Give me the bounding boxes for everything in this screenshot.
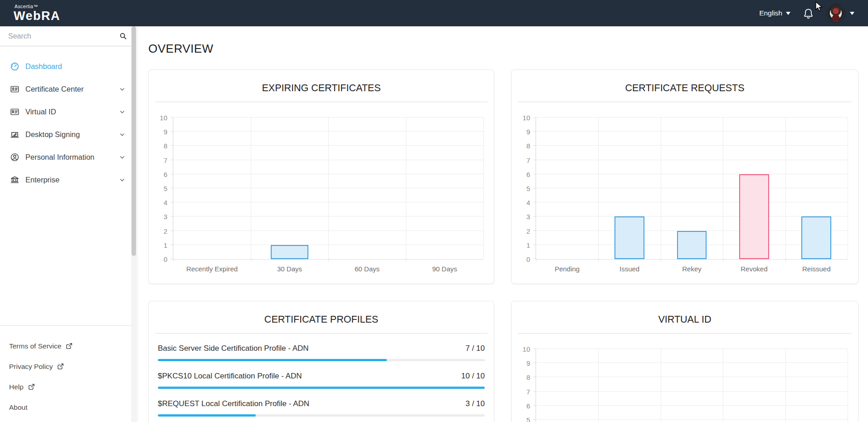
gridline <box>536 419 848 420</box>
x-axis-category-label: Pending <box>555 265 580 273</box>
profile-count: 10 / 10 <box>461 371 485 381</box>
sidebar-footer: Terms of Service Privacy Policy Help <box>0 325 136 417</box>
x-axis-category-label: Revoked <box>741 265 767 273</box>
card-certificate-requests: CERTIFICATE REQUESTS 012345678910Pending… <box>511 69 858 284</box>
link-privacy-policy[interactable]: Privacy Policy <box>0 356 136 377</box>
language-label: English <box>759 9 782 17</box>
sidebar-item-dashboard[interactable]: Dashboard <box>0 55 136 78</box>
profile-head: $PKCS10 Local Certification Profile - AD… <box>158 371 485 381</box>
x-axis-category-label: Recently Expired <box>186 265 238 273</box>
user-menu[interactable] <box>826 4 854 23</box>
chart-bar <box>271 245 308 259</box>
link-label: About <box>9 403 28 412</box>
brand-company: Ascertia™ <box>15 4 60 9</box>
top-navbar: Ascertia™ WebRA English <box>0 0 868 26</box>
profile-head: $REQUEST Local Certification Profile - A… <box>158 399 485 409</box>
y-axis-tick <box>171 131 173 132</box>
y-axis-tick <box>533 202 536 202</box>
y-axis-tick-label: 5 <box>527 185 530 192</box>
sidebar-item-label: Desktop Signing <box>25 130 80 139</box>
chevron-down-icon <box>119 154 125 160</box>
y-axis-tick <box>533 145 536 146</box>
gridline <box>536 377 848 377</box>
bank-icon <box>10 175 20 185</box>
gridline <box>536 131 848 132</box>
profile-head: Basic Server Side Certification Profile … <box>158 343 485 353</box>
chevron-down-icon <box>119 132 125 137</box>
progress-track <box>158 359 485 361</box>
profile-row: Basic Server Side Certification Profile … <box>158 343 485 361</box>
chevron-down-icon <box>786 12 790 15</box>
certificate-profiles-list: Basic Server Side Certification Profile … <box>149 343 494 417</box>
profile-count: 7 / 10 <box>465 343 485 353</box>
gridline <box>536 348 848 349</box>
page-title: OVERVIEW <box>148 42 214 56</box>
y-axis-tick <box>533 259 536 259</box>
x-axis-tick <box>173 259 174 261</box>
sidebar-item-desktop-signing[interactable]: Desktop Signing <box>0 123 136 146</box>
sidebar-item-enterprise[interactable]: Enterprise <box>0 168 136 191</box>
y-axis-tick <box>533 131 536 132</box>
y-axis-tick-label: 6 <box>527 402 530 409</box>
x-axis-tick <box>661 259 661 261</box>
y-axis-tick-label: 9 <box>527 360 530 367</box>
search-icon[interactable] <box>119 32 127 40</box>
progress-fill <box>158 359 387 361</box>
brand-logo[interactable]: Ascertia™ WebRA <box>14 4 60 22</box>
y-axis-tick <box>533 216 536 216</box>
card-title: CERTIFICATE REQUESTS <box>512 82 858 94</box>
y-axis-tick <box>171 160 173 160</box>
x-axis-tick <box>598 259 599 261</box>
gridline <box>848 349 848 422</box>
notifications-bell-icon[interactable] <box>803 7 814 20</box>
gridline <box>536 145 848 146</box>
y-axis-tick-label: 8 <box>527 142 530 149</box>
chart-bar <box>739 174 769 259</box>
search-input[interactable] <box>0 32 119 40</box>
progress-fill <box>158 414 256 417</box>
x-axis-tick <box>328 259 329 261</box>
language-selector[interactable]: English <box>759 9 790 17</box>
y-axis-tick <box>171 245 173 245</box>
y-axis-tick <box>171 188 173 188</box>
link-about[interactable]: About <box>0 397 136 417</box>
y-axis-tick <box>171 117 173 118</box>
profile-row: $REQUEST Local Certification Profile - A… <box>158 399 485 417</box>
y-axis-tick <box>171 174 173 174</box>
gridline <box>536 188 848 188</box>
sidebar-item-label: Certificate Center <box>25 85 83 93</box>
card-divider <box>518 102 852 102</box>
navbar-right: English <box>759 4 854 23</box>
x-axis-tick <box>785 259 786 261</box>
link-terms-of-service[interactable]: Terms of Service <box>0 336 136 356</box>
gridline <box>536 117 848 118</box>
card-divider <box>518 333 852 334</box>
card-title: VIRTUAL ID <box>512 313 858 326</box>
gridline <box>723 349 723 422</box>
y-axis-tick-label: 9 <box>527 128 530 135</box>
progress-track <box>158 387 485 389</box>
link-label: Help <box>9 383 24 391</box>
x-axis-category-label: 90 Days <box>432 265 457 273</box>
scrollbar-thumb[interactable] <box>132 26 136 256</box>
y-axis-tick-label: 3 <box>527 213 530 220</box>
y-axis-tick-label: 7 <box>527 157 530 163</box>
desktop-signing-icon <box>10 130 20 139</box>
chart-bar <box>801 216 831 259</box>
y-axis-tick-label: 10 <box>160 114 167 121</box>
sidebar-item-label: Personal Information <box>25 153 94 162</box>
y-axis-tick <box>533 363 536 363</box>
card-title: CERTIFICATE PROFILES <box>149 313 494 326</box>
chart-bar <box>614 216 644 259</box>
sidebar-menu: Dashboard Certificate Center <box>0 46 136 191</box>
avatar[interactable] <box>826 4 845 23</box>
y-axis-tick-label: 2 <box>164 227 167 234</box>
x-axis-tick <box>251 259 251 261</box>
link-help[interactable]: Help <box>0 377 136 397</box>
sidebar-item-virtual-id[interactable]: Virtual ID <box>0 100 136 123</box>
sidebar-item-certificate-center[interactable]: Certificate Center <box>0 78 136 100</box>
gridline <box>536 160 848 160</box>
sidebar-scrollbar[interactable] <box>131 26 137 422</box>
sidebar-item-personal-information[interactable]: Personal Information <box>0 146 136 168</box>
card-divider <box>155 333 488 334</box>
